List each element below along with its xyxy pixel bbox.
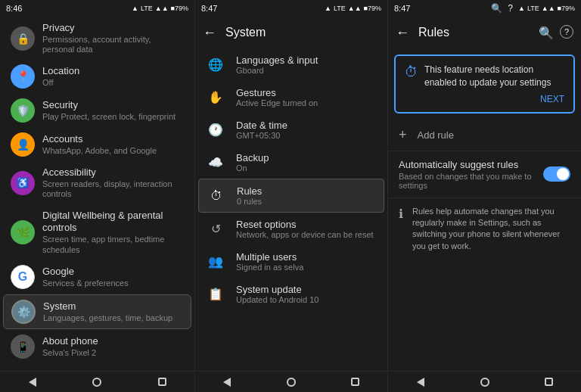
google-icon: G <box>11 265 35 289</box>
backup-icon: ☁️ <box>206 153 225 173</box>
add-rule-plus-icon: + <box>399 127 407 143</box>
settings-item-privacy[interactable]: 🔒 Privacy Permissions, account activity,… <box>3 17 191 59</box>
google-title: Google <box>42 266 184 278</box>
auto-suggest-toggle[interactable] <box>543 166 570 182</box>
notice-next-button[interactable]: NEXT <box>405 94 564 104</box>
system-item-datetime[interactable]: 🕐 Date & time GMT+05:30 <box>195 114 387 146</box>
help-icon-3[interactable]: ? <box>508 3 513 14</box>
status-bar-1: 8:46 ▲ LTE ▲▲ ■79% <box>0 0 194 17</box>
system-icon: ⚙️ <box>11 300 36 324</box>
accessibility-title: Accessibility <box>42 166 184 179</box>
google-subtitle: Services & preferences <box>42 278 184 288</box>
notice-text: This feature needs location enabled to u… <box>424 64 564 89</box>
wellbeing-subtitle: Screen time, app timers, bedtime schedul… <box>42 235 184 254</box>
datetime-subtitle: GMT+05:30 <box>236 131 377 140</box>
system-item-backup[interactable]: ☁️ Backup On <box>195 146 387 179</box>
system-item-gestures[interactable]: ✋ Gestures Active Edge turned on <box>195 81 387 114</box>
settings-item-system[interactable]: ⚙️ System Languages, gestures, time, bac… <box>3 294 191 329</box>
location-title: Location <box>42 65 184 78</box>
notice-location-icon: ⏱ <box>405 64 418 80</box>
multiuser-title: Multiple users <box>236 251 377 263</box>
battery-3: ■79% <box>558 5 575 12</box>
rules-back-button[interactable]: ← <box>396 25 409 41</box>
home-button-1[interactable] <box>85 375 108 389</box>
wellbeing-icon: 🌿 <box>11 220 35 244</box>
back-button-3[interactable] <box>409 375 432 389</box>
time-2: 8:47 <box>201 4 217 13</box>
status-bar-3: 8:47 🔍 ? ▲ LTE ▲▲ ■79% <box>388 0 581 17</box>
lte-icon-2: ▲ <box>325 5 331 12</box>
lte-icon-1: ▲ <box>132 5 138 12</box>
status-icons-1: ▲ LTE ▲▲ ■79% <box>132 5 188 12</box>
location-notice: ⏱ This feature needs location enabled to… <box>394 54 575 114</box>
accounts-text: Accounts WhatsApp, Adobe, and Google <box>42 133 184 156</box>
location-icon: 📍 <box>11 64 35 89</box>
search-icon-3[interactable]: 🔍 <box>491 3 502 14</box>
battery-2: ■79% <box>364 5 381 12</box>
multiuser-text: Multiple users Signed in as selva <box>236 251 377 272</box>
signal-text-3: LTE <box>527 5 539 12</box>
about-subtitle: Selva's Pixel 2 <box>42 348 184 358</box>
notice-row: ⏱ This feature needs location enabled to… <box>405 64 564 89</box>
gestures-text: Gestures Active Edge turned on <box>236 87 377 107</box>
system-item-reset[interactable]: ↺ Reset options Network, apps or device … <box>195 213 387 245</box>
multiuser-icon: 👥 <box>206 252 225 272</box>
settings-item-about[interactable]: 📱 About phone Selva's Pixel 2 <box>3 330 191 363</box>
system-item-languages[interactable]: 🌐 Languages & input Gboard <box>195 48 387 81</box>
settings-item-accessibility[interactable]: ♿ Accessibility Screen readers, display,… <box>3 162 191 204</box>
update-subtitle: Updated to Android 10 <box>236 295 377 304</box>
reset-subtitle: Network, apps or device can be reset <box>236 230 377 239</box>
settings-item-location[interactable]: 📍 Location Off <box>3 60 191 93</box>
system-title: System <box>43 300 183 313</box>
time-1: 8:46 <box>6 4 22 13</box>
back-button-1[interactable] <box>21 375 44 389</box>
gestures-subtitle: Active Edge turned on <box>236 98 377 107</box>
home-button-3[interactable] <box>474 375 496 389</box>
settings-item-security[interactable]: 🛡️ Security Play Protect, screen lock, f… <box>3 94 191 127</box>
accounts-title: Accounts <box>42 133 184 146</box>
home-button-2[interactable] <box>280 375 303 389</box>
rules-subtitle: 0 rules <box>237 197 376 206</box>
system-subtitle: Languages, gestures, time, backup <box>43 313 183 323</box>
settings-item-wellbeing[interactable]: 🌿 Digital Wellbeing & parental controls … <box>3 205 191 260</box>
gestures-icon: ✋ <box>206 88 225 107</box>
wifi-icon-1: ▲▲ <box>155 5 169 12</box>
about-title: About phone <box>42 335 184 348</box>
signal-text-2: LTE <box>334 5 346 12</box>
recents-button-3[interactable] <box>538 375 561 389</box>
languages-title: Languages & input <box>236 54 377 66</box>
status-icons-2: ▲ LTE ▲▲ ■79% <box>325 5 381 12</box>
datetime-icon: 🕐 <box>206 120 225 140</box>
system-item-rules[interactable]: ⏱ Rules 0 rules <box>198 179 384 213</box>
rules-help-icon[interactable]: ? <box>560 25 573 39</box>
system-panel: 8:47 ▲ LTE ▲▲ ■79% ← System 🌐 Languages … <box>195 0 388 392</box>
info-text: Rules help automate changes that you reg… <box>412 206 570 253</box>
recents-button-1[interactable] <box>151 375 173 389</box>
rules-panel: 8:47 🔍 ? ▲ LTE ▲▲ ■79% ← Rules 🔍 ? ⏱ Thi… <box>388 0 581 392</box>
auto-suggest-row: Automatically suggest rules Based on cha… <box>388 151 581 198</box>
system-back-button[interactable]: ← <box>203 25 216 41</box>
rules-text: Rules 0 rules <box>237 185 376 206</box>
add-rule-row[interactable]: + Add rule <box>388 120 581 151</box>
status-icons-3: 🔍 ? ▲ LTE ▲▲ ■79% <box>491 3 575 14</box>
settings-item-tips[interactable]: 💬 Tips & support Help articles, phone & … <box>3 364 191 371</box>
system-header: ← System <box>195 17 387 48</box>
backup-title: Backup <box>236 152 377 163</box>
back-button-2[interactable] <box>216 375 238 389</box>
wellbeing-title: Digital Wellbeing & parental controls <box>42 210 184 235</box>
languages-icon: 🌐 <box>206 55 225 75</box>
add-rule-label: Add rule <box>418 129 454 141</box>
rules-header-icons: 🔍 ? <box>539 25 573 40</box>
recents-button-2[interactable] <box>344 375 367 389</box>
system-item-update[interactable]: 📋 System update Updated to Android 10 <box>195 278 387 310</box>
location-subtitle: Off <box>42 78 184 88</box>
system-text: System Languages, gestures, time, backup <box>43 300 183 323</box>
system-item-multiuser[interactable]: 👥 Multiple users Signed in as selva <box>195 245 387 278</box>
update-icon: 📋 <box>206 285 225 304</box>
settings-item-accounts[interactable]: 👤 Accounts WhatsApp, Adobe, and Google <box>3 128 191 161</box>
info-icon: ℹ <box>399 207 403 221</box>
auto-suggest-text: Automatically suggest rules Based on cha… <box>399 159 543 190</box>
rules-search-icon[interactable]: 🔍 <box>539 25 554 40</box>
nav-bar-3 <box>388 371 581 392</box>
settings-item-google[interactable]: G Google Services & preferences <box>3 260 191 294</box>
